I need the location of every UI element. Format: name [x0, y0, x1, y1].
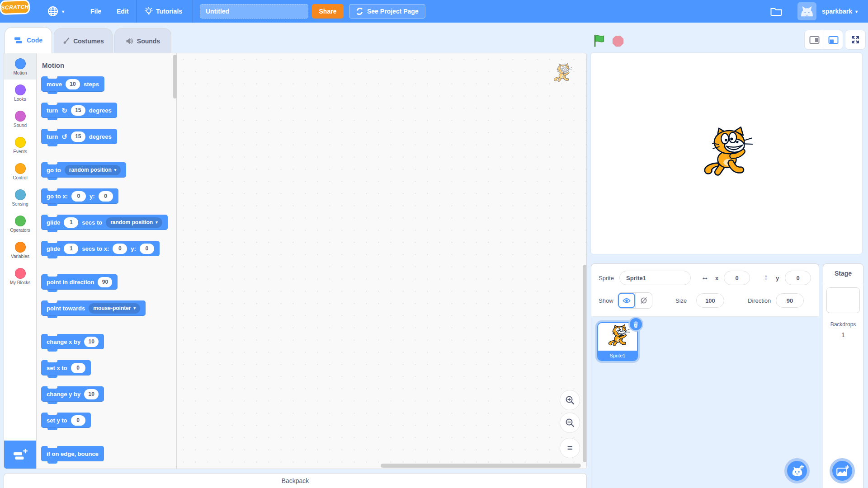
tab-sounds-label: Sounds: [137, 38, 160, 45]
sprite-direction-input[interactable]: [776, 293, 804, 308]
code-canvas[interactable]: =: [177, 53, 587, 469]
palette-block[interactable]: set x to0: [41, 360, 91, 375]
large-stage-button[interactable]: [824, 30, 843, 49]
share-button[interactable]: Share: [312, 4, 344, 19]
code-blocks-icon: [14, 37, 23, 44]
sprite-x-input[interactable]: [724, 271, 750, 285]
block-number-input[interactable]: 0: [99, 191, 113, 202]
palette-block[interactable]: turn↺15degrees: [41, 129, 117, 144]
show-hide-toggle: [618, 292, 652, 309]
block-number-input[interactable]: 1: [64, 244, 78, 254]
block-number-input[interactable]: 0: [113, 244, 127, 254]
palette-block[interactable]: glide1secs torandom position▾: [41, 215, 168, 230]
category-label: Control: [13, 175, 27, 180]
file-menu[interactable]: File: [84, 0, 108, 23]
block-number-input[interactable]: 0: [140, 244, 154, 254]
palette-block[interactable]: point in direction90: [41, 274, 118, 290]
see-project-page-button[interactable]: See Project Page: [349, 4, 425, 19]
language-menu[interactable]: ▾: [47, 0, 64, 23]
edit-menu[interactable]: Edit: [110, 0, 135, 23]
block-number-input[interactable]: 0: [71, 363, 85, 373]
zoom-in-button[interactable]: [560, 390, 580, 410]
zoom-out-button[interactable]: [560, 413, 580, 433]
chevron-down-icon: ▾: [134, 306, 136, 310]
backpack-bar[interactable]: Backpack: [4, 473, 587, 488]
category-motion[interactable]: Motion: [4, 53, 36, 80]
tab-code[interactable]: Code: [5, 27, 52, 53]
palette-block[interactable]: turn↻15degrees: [41, 103, 117, 118]
canvas-horizontal-scrollbar[interactable]: [381, 464, 581, 468]
tab-costumes[interactable]: Costumes: [54, 28, 113, 53]
block-number-input[interactable]: 15: [71, 131, 85, 142]
scratch-logo[interactable]: SCRATCH: [0, 0, 30, 15]
category-my-blocks[interactable]: My Blocks: [4, 263, 36, 289]
stage-size-toggle: [805, 30, 843, 49]
avatar[interactable]: [797, 2, 816, 20]
small-stage-button[interactable]: [805, 30, 824, 49]
sprite-list-item[interactable]: Sprite1: [597, 322, 638, 361]
category-variables[interactable]: Variables: [4, 237, 36, 263]
zoom-reset-button[interactable]: =: [560, 438, 580, 458]
my-stuff-button[interactable]: [769, 0, 783, 23]
y-label: y: [776, 275, 779, 282]
sprite-name-input[interactable]: [619, 271, 691, 285]
palette-block[interactable]: glide1secs to x:0y:0: [41, 241, 160, 256]
block-number-input[interactable]: 10: [84, 389, 99, 399]
turn-ccw-icon: ↺: [61, 133, 67, 140]
show-sprite-button[interactable]: [618, 293, 635, 308]
stage-selector-panel[interactable]: Stage Backdrops 1: [823, 263, 863, 488]
tab-sounds[interactable]: Sounds: [114, 28, 171, 53]
sprite-y-input[interactable]: [785, 271, 811, 285]
block-number-input[interactable]: 15: [71, 105, 85, 116]
canvas-vertical-scrollbar[interactable]: [583, 265, 587, 462]
palette-block[interactable]: if on edge, bounce: [41, 446, 104, 461]
hide-sprite-button[interactable]: [635, 293, 652, 308]
add-extension-button[interactable]: [4, 441, 36, 469]
palette-scrollbar[interactable]: [173, 55, 177, 99]
block-dropdown[interactable]: mouse-pointer▾: [89, 303, 140, 314]
palette-block[interactable]: go torandom position▾: [41, 162, 126, 178]
y-position-icon: ↕: [764, 273, 768, 282]
block-number-input[interactable]: 1: [64, 217, 78, 228]
sprite-panel: Sprite ↔ x ↕ y Show: [591, 263, 819, 488]
stage[interactable]: [591, 53, 862, 254]
backdrop-thumbnail[interactable]: [826, 287, 860, 313]
block-text: go to: [47, 167, 61, 174]
category-events[interactable]: Events: [4, 132, 36, 158]
category-sound[interactable]: Sound: [4, 106, 36, 132]
tutorials-menu[interactable]: Tutorials: [145, 0, 182, 23]
palette-block[interactable]: change x by10: [41, 334, 104, 349]
account-menu[interactable]: sparkbark ▾: [822, 0, 858, 23]
sprite-size-input[interactable]: [696, 293, 724, 308]
add-sprite-button[interactable]: [784, 458, 810, 483]
delete-sprite-button[interactable]: [630, 318, 642, 330]
stop-button[interactable]: [612, 35, 624, 47]
category-operators[interactable]: Operators: [4, 211, 36, 237]
palette-block[interactable]: change y by10: [41, 386, 104, 402]
green-flag-button[interactable]: [593, 34, 606, 47]
block-number-input[interactable]: 10: [66, 79, 80, 89]
category-sensing[interactable]: Sensing: [4, 184, 36, 211]
scratch-editor: SCRATCH ▾ File Edit Tutorials Share: [0, 0, 868, 488]
block-number-input[interactable]: 0: [71, 415, 85, 426]
block-number-input[interactable]: 0: [71, 191, 86, 202]
stage-sprite-cat[interactable]: [698, 127, 756, 178]
block-number-input[interactable]: 10: [84, 337, 99, 347]
fullscreen-icon: [851, 35, 860, 44]
palette-block[interactable]: go to x:0y:0: [41, 188, 118, 204]
category-looks[interactable]: Looks: [4, 80, 36, 106]
palette-block[interactable]: point towardsmouse-pointer▾: [41, 300, 146, 316]
category-control[interactable]: Control: [4, 158, 36, 184]
block-dropdown[interactable]: random position▾: [106, 217, 162, 228]
category-list: MotionLooksSoundEventsControlSensingOper…: [4, 53, 36, 289]
palette-block[interactable]: set y to0: [41, 413, 91, 428]
project-title-input[interactable]: [200, 4, 308, 19]
add-backdrop-button[interactable]: [830, 458, 855, 483]
block-text: degrees: [89, 107, 112, 114]
block-dropdown-value: random position: [110, 219, 153, 225]
block-number-input[interactable]: 90: [98, 277, 112, 287]
palette-block[interactable]: move10steps: [41, 76, 104, 92]
block-dropdown[interactable]: random position▾: [65, 165, 121, 175]
fullscreen-button[interactable]: [845, 30, 865, 49]
see-project-page-label: See Project Page: [367, 8, 419, 15]
